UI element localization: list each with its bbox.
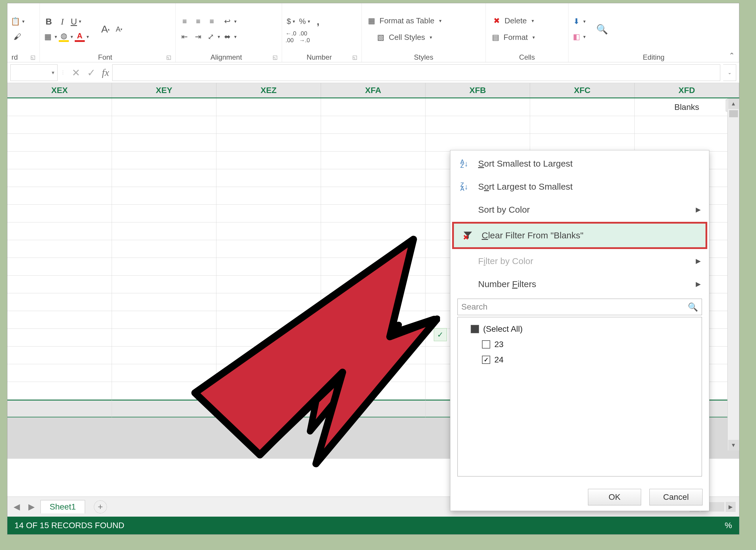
cell[interactable]	[426, 98, 530, 116]
enter-formula-icon[interactable]: ✓	[87, 67, 95, 79]
dialog-launcher-icon[interactable]: ◱	[352, 54, 357, 61]
cells-group-label: Cells	[519, 53, 535, 61]
format-as-table-button[interactable]: ▦Format as Table	[365, 14, 443, 28]
sheet-tab[interactable]: Sheet1	[40, 500, 85, 513]
cursor-arrow-overlay	[157, 207, 440, 473]
dialog-launcher-icon[interactable]: ◱	[273, 54, 278, 61]
ok-button[interactable]: OK	[588, 489, 641, 505]
scroll-thumb[interactable]	[729, 110, 738, 117]
increase-indent-button[interactable]: ⇥	[192, 30, 204, 44]
filter-by-color-item: Filter by Color ▶	[450, 250, 709, 273]
cell[interactable]	[7, 98, 112, 116]
align-bottom-button[interactable]: ≡	[206, 15, 218, 28]
cell[interactable]	[112, 98, 216, 116]
decrease-indent-button[interactable]: ⇤	[179, 30, 190, 44]
font-group-label: Font	[98, 53, 112, 61]
delete-button[interactable]: ✖Delete	[489, 14, 537, 28]
bold-button[interactable]: B	[43, 15, 55, 28]
dialog-launcher-icon[interactable]: ◱	[166, 54, 171, 61]
sort-desc-item[interactable]: ZA↓ Sort Largest to Smallest	[450, 175, 709, 198]
number-group-label: Number	[307, 53, 332, 61]
cell[interactable]	[530, 98, 635, 116]
clear-filter-icon	[462, 230, 473, 241]
cell[interactable]	[321, 98, 426, 116]
zoom-percent: %	[725, 521, 732, 530]
styles-group-label: Styles	[414, 53, 433, 61]
currency-button[interactable]: $	[285, 15, 297, 28]
filter-search-input[interactable]: Search 🔍	[457, 299, 702, 315]
align-top-button[interactable]: ≡	[179, 15, 190, 28]
borders-button[interactable]: ▦	[43, 30, 57, 44]
cell[interactable]	[216, 98, 321, 116]
submenu-arrow-icon: ▶	[696, 257, 701, 265]
filter-value-checkbox[interactable]: 24	[482, 352, 696, 367]
submenu-arrow-icon: ▶	[696, 206, 701, 214]
column-header[interactable]: XFC	[530, 83, 635, 97]
autofilter-menu: ✓ AZ↓ Sort Smallest to Largest ZA↓ Sort …	[450, 150, 709, 511]
align-middle-button[interactable]: ≡	[192, 15, 204, 28]
column-header[interactable]: XEZ	[216, 83, 321, 97]
name-box[interactable]	[10, 64, 58, 81]
grow-font-button[interactable]: A▴	[100, 22, 111, 36]
status-records: 14 OF 15 RECORDS FOUND	[14, 521, 124, 530]
select-all-checkbox[interactable]: (Select All)	[471, 321, 696, 337]
fill-button[interactable]: ⬇	[571, 15, 586, 28]
alignment-group-label: Alignment	[211, 53, 242, 61]
filter-values-list[interactable]: (Select All) 23 24	[457, 317, 702, 476]
sort-by-color-item[interactable]: Sort by Color ▶	[450, 198, 709, 221]
orientation-button[interactable]: ⤢	[206, 30, 220, 44]
cancel-button[interactable]: Cancel	[649, 489, 703, 505]
status-bar: 14 OF 15 RECORDS FOUND %	[7, 517, 739, 534]
fx-label[interactable]: fx	[102, 67, 109, 78]
header-cell-blanks[interactable]: Blanks	[635, 98, 739, 116]
scroll-down-icon[interactable]: ▼	[728, 440, 739, 450]
ribbon: 📋 🖌 rd◱ B I U ▦ ◍ A	[7, 3, 739, 62]
column-header[interactable]: XFA	[321, 83, 426, 97]
font-color-button[interactable]: A	[75, 30, 89, 44]
next-sheet-button[interactable]: ▶	[26, 501, 38, 513]
italic-button[interactable]: I	[56, 15, 68, 28]
column-headers: XEX XEY XEZ XFA XFB XFC XFD	[7, 83, 739, 98]
format-painter-button[interactable]: 🖌	[10, 30, 25, 44]
clear-filter-item[interactable]: Clear Filter From "Blanks"	[452, 222, 707, 249]
decrease-decimal-button[interactable]: .00→.0	[299, 30, 310, 44]
cell-styles-button[interactable]: ▧Cell Styles	[365, 31, 443, 44]
fill-color-button[interactable]: ◍	[59, 30, 73, 44]
vertical-scrollbar[interactable]: ▲ ▼	[727, 98, 739, 450]
shrink-font-button[interactable]: A▾	[113, 22, 125, 36]
column-header[interactable]: XEX	[7, 83, 112, 97]
increase-decimal-button[interactable]: ←.0.00	[285, 30, 297, 44]
scroll-right-icon[interactable]: ▶	[726, 502, 736, 512]
sort-desc-icon: ZA↓	[459, 181, 470, 192]
sort-asc-item[interactable]: AZ↓ Sort Smallest to Largest	[450, 152, 709, 175]
number-filters-item[interactable]: Number Filters ▶	[450, 273, 709, 296]
scroll-up-icon[interactable]: ▲	[728, 98, 739, 109]
filter-value-checkbox[interactable]: 23	[482, 337, 696, 352]
column-header[interactable]: XEY	[112, 83, 216, 97]
collapse-ribbon-button[interactable]: ⌃	[729, 51, 735, 60]
formula-bar: ⋮ ✕ ✓ fx ⌄	[7, 62, 739, 83]
search-placeholder: Search	[461, 302, 488, 312]
editing-group-label: Editing	[643, 53, 664, 61]
formula-input[interactable]	[112, 64, 720, 81]
underline-button[interactable]: U	[70, 15, 82, 28]
wrap-text-button[interactable]: ↩	[222, 15, 237, 28]
expand-formula-bar-button[interactable]: ⌄	[723, 64, 736, 81]
column-header[interactable]: XFB	[426, 83, 530, 97]
comma-button[interactable]: ,	[312, 15, 324, 28]
prev-sheet-button[interactable]: ◀	[11, 501, 23, 513]
find-select-button[interactable]: 🔍	[596, 22, 608, 36]
dialog-launcher-icon[interactable]: ◱	[30, 54, 35, 61]
percent-button[interactable]: %	[299, 15, 310, 28]
format-button[interactable]: ▤Format	[489, 31, 537, 44]
paste-button[interactable]: 📋	[10, 15, 25, 28]
column-header[interactable]: XFD	[635, 83, 739, 97]
clear-button[interactable]: ◧	[571, 30, 586, 44]
search-icon: 🔍	[688, 302, 698, 312]
header-cell-label: Blanks	[674, 102, 699, 112]
new-sheet-button[interactable]: +	[94, 500, 107, 513]
clipboard-label: rd	[12, 53, 18, 61]
sort-asc-icon: AZ↓	[459, 158, 470, 169]
cancel-formula-icon[interactable]: ✕	[72, 67, 80, 79]
merge-center-button[interactable]: ⬌	[222, 30, 237, 44]
